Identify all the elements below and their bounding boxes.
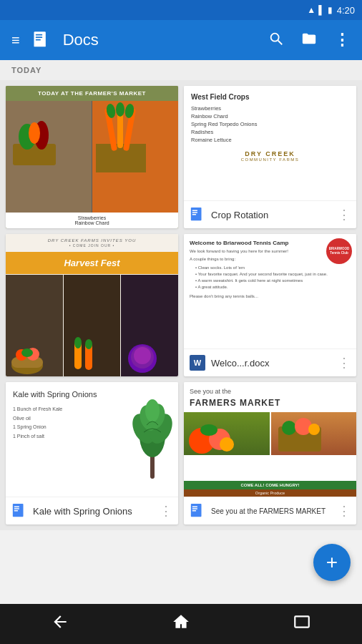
- doc-card-kale[interactable]: Kale with Spring Onions 1 Bunch of Fresh…: [6, 382, 178, 525]
- fab-button[interactable]: +: [313, 544, 351, 581]
- crop-title: West Field Crops: [191, 93, 349, 101]
- status-icons: ▲ ▌ ▮: [307, 5, 332, 15]
- svg-rect-3: [36, 39, 41, 41]
- kale-illustration: [131, 389, 174, 482]
- gdocs-icon-5: [11, 503, 27, 519]
- menu-button[interactable]: ≡: [9, 29, 23, 52]
- svg-rect-24: [192, 210, 197, 211]
- doc-card-harvest[interactable]: DRY CREEK FARMS INVITES YOU • COME JOIN …: [6, 234, 178, 376]
- search-button[interactable]: [265, 28, 287, 53]
- svg-line-5: [278, 40, 283, 44]
- doc-card-farmers-market[interactable]: TODAY AT THE FARMER'S MARKET: [6, 86, 178, 228]
- fm-img-2: [271, 412, 357, 455]
- crop-item-0: Strawberries: [191, 105, 349, 112]
- doc-name-welcome: Welco...r.docx: [211, 358, 332, 369]
- doc-footer-fm2: See you at the FARMERS MARKET ⋮: [184, 497, 356, 525]
- svg-rect-12: [96, 144, 146, 172]
- doc-more-kale[interactable]: ⋮: [160, 504, 172, 517]
- home-button[interactable]: [172, 613, 190, 635]
- svg-rect-28: [11, 357, 43, 368]
- harvest-img-3: [121, 275, 178, 376]
- farmers-header-text: TODAY AT THE FARMER'S MARKET: [6, 86, 178, 101]
- doc-card-crop-rotation[interactable]: West Field Crops Strawberries Rainbow Ch…: [184, 86, 356, 228]
- doc-more-fm2[interactable]: ⋮: [338, 504, 351, 517]
- crop-subbrand: COMMUNITY FARMS: [191, 157, 349, 162]
- svg-rect-64: [192, 508, 197, 509]
- battery-icon: ▮: [328, 5, 333, 15]
- welcome-badge: BRIARWOOD Tennis Club: [326, 238, 352, 264]
- app-bar: ≡ Docs ⋮: [0, 20, 362, 60]
- svg-point-9: [29, 122, 40, 144]
- svg-point-49: [145, 399, 160, 422]
- crop-item-3: Radishes: [191, 129, 349, 135]
- word-icon: W: [190, 355, 205, 371]
- harvest-banner: Harvest Fest: [6, 252, 178, 274]
- harvest-label: DRY CREEK FARMS INVITES YOU: [10, 238, 174, 243]
- crop-item-1: Rainbow Chard: [191, 113, 349, 119]
- doc-footer-kale: Kale with Spring Onions ⋮: [6, 497, 178, 525]
- bottom-nav-bar: [0, 604, 362, 644]
- svg-point-59: [282, 421, 296, 435]
- svg-point-57: [220, 437, 234, 452]
- harvest-images: [6, 275, 178, 376]
- fm-subtitle: See you at the: [184, 382, 356, 398]
- fm-images: [184, 412, 356, 481]
- farmers-caption: Strawberries Rainbow Chard: [6, 213, 178, 228]
- fm-bottom: COME ALL! COME HUNGRY!: [184, 481, 356, 489]
- svg-point-56: [200, 424, 217, 436]
- app-title: Docs: [63, 31, 257, 49]
- status-time: 4:20: [337, 5, 355, 16]
- svg-rect-66: [295, 616, 309, 627]
- svg-rect-52: [14, 508, 19, 509]
- doc-preview-fm: See you at the FARMERS MARKET: [184, 382, 356, 497]
- svg-rect-65: [192, 510, 197, 511]
- svg-rect-51: [14, 507, 19, 507]
- harvest-img-2: [64, 275, 121, 376]
- recents-button[interactable]: [293, 613, 311, 635]
- docs-logo-icon: [31, 30, 52, 50]
- farmers-img-right: [92, 101, 178, 213]
- folder-button[interactable]: [298, 28, 320, 53]
- fm-title: FARMERS MARKET: [184, 398, 356, 412]
- crop-item-4: Romaine Lettuce: [191, 137, 349, 143]
- svg-rect-63: [192, 507, 197, 507]
- doc-card-fm2[interactable]: See you at the FARMERS MARKET: [184, 382, 356, 525]
- svg-point-61: [308, 424, 320, 435]
- harvest-top: DRY CREEK FARMS INVITES YOU • COME JOIN …: [6, 234, 178, 252]
- farmers-img-left: [6, 101, 92, 213]
- section-header: TODAY: [0, 60, 362, 80]
- svg-point-35: [85, 339, 92, 349]
- fab-icon: +: [326, 552, 338, 572]
- svg-rect-26: [192, 214, 197, 215]
- doc-more-welcome[interactable]: ⋮: [338, 356, 351, 369]
- fm-organic: Organic Produce: [184, 489, 356, 497]
- crop-brand: DRY CREEK: [191, 150, 349, 157]
- wifi-icon: ▲: [307, 5, 315, 15]
- svg-rect-23: [191, 208, 202, 220]
- doc-preview-crop: West Field Crops Strawberries Rainbow Ch…: [184, 86, 356, 200]
- svg-point-4: [271, 33, 279, 41]
- gdocs-icon-2: [190, 207, 205, 223]
- doc-preview-farmers: TODAY AT THE FARMER'S MARKET: [6, 86, 178, 228]
- gdocs-icon-6: [190, 503, 205, 519]
- svg-point-31: [21, 348, 33, 357]
- fm-img-1: [184, 412, 270, 455]
- doc-footer-welcome: W Welco...r.docx ⋮: [184, 348, 356, 376]
- doc-card-welcome[interactable]: Welcome to Briarwood Tennis Camp BRIARWO…: [184, 234, 356, 376]
- app-bar-actions: ⋮: [265, 28, 353, 53]
- back-button[interactable]: [51, 613, 69, 635]
- signal-icon: ▌: [318, 5, 325, 15]
- docs-grid: TODAY AT THE FARMER'S MARKET: [0, 80, 362, 530]
- svg-point-34: [74, 337, 82, 348]
- doc-name-fm2: See you at the FARMERS MARKET: [211, 507, 332, 515]
- doc-name-kale: Kale with Spring Onions: [33, 506, 154, 517]
- doc-more-crop[interactable]: ⋮: [338, 208, 351, 221]
- svg-rect-25: [192, 212, 197, 213]
- svg-rect-2: [36, 36, 42, 38]
- more-button[interactable]: ⋮: [331, 28, 353, 52]
- doc-footer-crop: Crop Rotation ⋮: [184, 200, 356, 228]
- svg-point-17: [116, 102, 124, 117]
- svg-rect-53: [14, 510, 19, 511]
- svg-rect-6: [13, 144, 56, 165]
- farmers-images: [6, 101, 178, 213]
